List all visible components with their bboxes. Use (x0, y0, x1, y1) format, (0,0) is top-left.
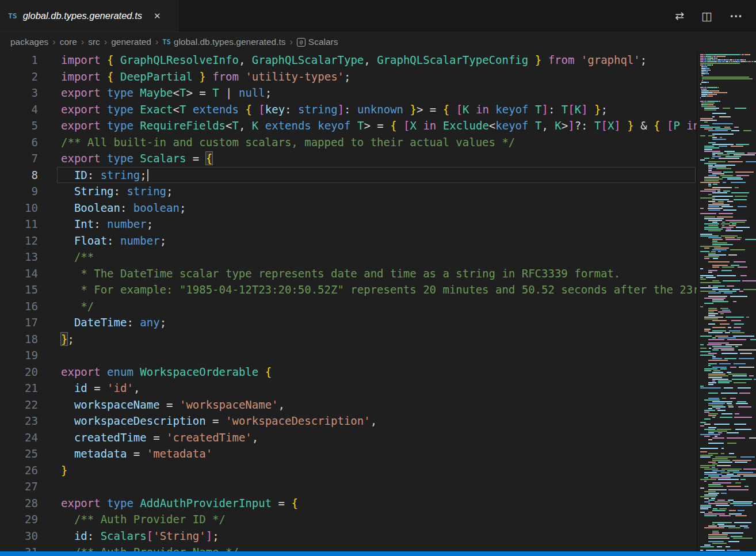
breadcrumb-item-global-db-types-generated-ts[interactable]: TSglobal.db.types.generated.ts (162, 37, 285, 47)
code-line[interactable]: 5export type RequireFields<T, K extends … (0, 117, 697, 134)
code-line[interactable]: 19 (0, 347, 697, 364)
code-line[interactable]: 8 ID: string; (0, 167, 697, 184)
token (541, 54, 548, 66)
token: DateTime (74, 316, 127, 329)
line-number[interactable]: 13 (0, 249, 38, 265)
line-number[interactable]: 25 (0, 445, 38, 462)
token: 'utility-types' (245, 70, 344, 83)
line-number[interactable]: 8 (0, 167, 38, 184)
breadcrumb-separator: › (52, 37, 55, 47)
line-number[interactable]: 26 (0, 462, 38, 479)
code-line[interactable]: 18}; (0, 331, 697, 348)
line-number[interactable]: 3 (0, 85, 38, 101)
token: [ (667, 119, 673, 132)
token: Exact (140, 103, 173, 116)
token: [ (403, 119, 410, 132)
line-number[interactable]: 24 (0, 429, 38, 446)
line-number[interactable]: 14 (0, 265, 38, 282)
more-actions-icon[interactable]: ⋯ (725, 7, 747, 25)
line-number[interactable]: 19 (0, 347, 38, 364)
line-number[interactable]: 22 (0, 397, 38, 413)
code-line[interactable]: 10 Boolean: boolean; (0, 200, 697, 216)
breadcrumb-item-generated[interactable]: generated (111, 37, 151, 47)
token: & (634, 119, 654, 132)
code-line-content: import { GraphQLResolveInfo, GraphQLScal… (38, 52, 697, 68)
code-line[interactable]: 22 workspaceName = 'workspaceName', (0, 397, 697, 413)
token: /** Auth Provider ID */ (61, 513, 226, 525)
line-number[interactable]: 31 (0, 544, 38, 551)
line-number[interactable]: 17 (0, 314, 38, 331)
line-number[interactable]: 4 (0, 101, 38, 118)
token (660, 119, 666, 132)
breadcrumb-item-core[interactable]: core (60, 37, 77, 47)
close-tab-icon[interactable]: ✕ (151, 10, 163, 22)
line-number[interactable]: 29 (0, 511, 38, 528)
code-line[interactable]: 17 DateTime: any; (0, 314, 697, 331)
code-line[interactable]: 25 metadata = 'metadata' (0, 445, 697, 462)
code-line[interactable]: 23 workspaceDescription = 'workspaceDesc… (0, 413, 697, 429)
line-number[interactable]: 9 (0, 183, 38, 200)
code-line[interactable]: 27 (0, 478, 697, 495)
code-line[interactable]: 7export type Scalars = { (0, 150, 697, 167)
line-number[interactable]: 21 (0, 380, 38, 397)
token: ; (166, 185, 173, 197)
code-line[interactable]: 26} (0, 462, 697, 479)
split-editor-icon[interactable]: ◫ (697, 8, 717, 24)
code-line[interactable]: 21 id = 'id', (0, 380, 697, 397)
line-number[interactable]: 15 (0, 281, 38, 298)
code-line[interactable]: 31 /** Auth Provider Name */ (0, 544, 697, 551)
line-number[interactable]: 7 (0, 150, 38, 167)
line-number[interactable]: 18 (0, 331, 38, 348)
token: export (61, 119, 101, 132)
code-line[interactable]: 24 createdTime = 'createdTime', (0, 429, 697, 446)
token: ; (601, 103, 608, 116)
token (101, 152, 107, 165)
line-number[interactable]: 16 (0, 298, 38, 315)
code-line[interactable]: 1import { GraphQLResolveInfo, GraphQLSca… (0, 52, 697, 68)
breadcrumb-item-src[interactable]: src (88, 37, 100, 47)
token: */ (61, 300, 94, 313)
token: ; (265, 86, 272, 99)
code-line[interactable]: 9 String: string; (0, 183, 697, 200)
token: keyof (318, 119, 350, 132)
code-line[interactable]: 30 id: Scalars['String']; (0, 528, 697, 544)
code-line[interactable]: 11 Int: number; (0, 216, 697, 233)
line-number[interactable]: 23 (0, 413, 38, 429)
line-number[interactable]: 20 (0, 364, 38, 380)
line-number[interactable]: 11 (0, 216, 38, 233)
code-line[interactable]: 3export type Maybe<T> = T | null; (0, 85, 697, 101)
status-bar[interactable] (0, 551, 756, 556)
code-line[interactable]: 15 * For example: "1985-04-12T23:20:50.5… (0, 281, 697, 298)
line-number[interactable]: 27 (0, 478, 38, 495)
code-line[interactable]: 6/** All built-in and custom scalars, ma… (0, 134, 697, 151)
code-line[interactable]: 12 Float: number; (0, 233, 697, 249)
line-number[interactable]: 1 (0, 52, 38, 68)
tab-global-db-types-generated-ts[interactable]: TS global.db.types.generated.ts ✕ (0, 0, 178, 32)
token: 'workspaceName' (180, 398, 278, 411)
code-line-content: DateTime: any; (38, 314, 697, 331)
minimap[interactable] (697, 52, 756, 551)
line-number[interactable]: 30 (0, 528, 38, 544)
code-line[interactable]: 13 /** (0, 249, 697, 265)
token: ] (568, 119, 574, 132)
breadcrumb-item-scalars[interactable]: @Scalars (297, 37, 338, 47)
token (101, 86, 107, 99)
code-line[interactable]: 2import { DeepPartial } from 'utility-ty… (0, 68, 697, 85)
line-number[interactable]: 6 (0, 134, 38, 151)
code-line[interactable]: 29 /** Auth Provider ID */ (0, 511, 697, 528)
breadcrumb-item-packages[interactable]: packages (10, 37, 48, 47)
code-line[interactable]: 14 * The DateTime scalar type represents… (0, 265, 697, 282)
line-number[interactable]: 28 (0, 495, 38, 512)
code-line[interactable]: 16 */ (0, 298, 697, 315)
line-number[interactable]: 12 (0, 233, 38, 249)
code-line[interactable]: 20export enum WorkspaceOrderable { (0, 364, 697, 380)
line-number[interactable]: 10 (0, 200, 38, 216)
line-number[interactable]: 2 (0, 68, 38, 85)
code-line[interactable]: 28export type AddAuthProviderInput = { (0, 495, 697, 512)
code-line[interactable]: 4export type Exact<T extends { [key: str… (0, 101, 697, 118)
token: ] (541, 103, 548, 116)
open-changes-icon[interactable]: ⇄ (670, 8, 689, 24)
typescript-file-icon: TS (8, 12, 17, 20)
line-number[interactable]: 5 (0, 117, 38, 134)
code-area[interactable]: 1import { GraphQLResolveInfo, GraphQLSca… (0, 52, 697, 551)
